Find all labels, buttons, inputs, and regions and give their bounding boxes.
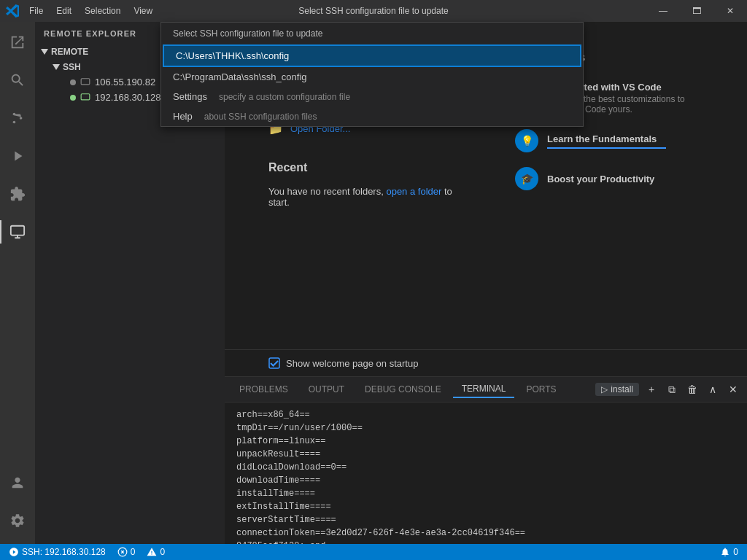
minimize-button[interactable]: —	[646, 0, 680, 22]
panel-tabs: PROBLEMS OUTPUT DEBUG CONSOLE TERMINAL P…	[225, 377, 747, 402]
status-bar: SSH: 192.168.30.128 0 0 0	[0, 544, 747, 560]
warning-icon	[147, 547, 157, 557]
status-right: 0	[717, 547, 741, 557]
walkthrough-learn-title: Learn the Fundamentals	[547, 133, 696, 144]
activity-extensions[interactable]	[0, 176, 35, 211]
menu-edit[interactable]: Edit	[50, 4, 77, 18]
terminal-kill-button[interactable]: 🗑	[684, 381, 700, 397]
restore-button[interactable]: 🗖	[680, 0, 713, 22]
vscode-logo-icon	[6, 4, 19, 18]
dropdown-settings-desc: specify a custom configuration file	[219, 92, 350, 102]
errors-status[interactable]: 0	[115, 544, 139, 560]
startup-checkbox-area: Show welcome page on startup	[225, 349, 747, 376]
terminal-label-text: install	[611, 384, 633, 394]
svg-point-2	[20, 117, 23, 120]
recent-section-title: Recent	[268, 161, 464, 174]
terminal-run-icon: ▷	[601, 384, 608, 394]
panel: PROBLEMS OUTPUT DEBUG CONSOLE TERMINAL P…	[225, 376, 747, 544]
recent-text: You have no recent folders, open a folde…	[268, 186, 464, 208]
activity-run-debug[interactable]	[0, 139, 35, 174]
terminal-line-5: downloadTime====	[236, 474, 735, 487]
ssh-collapse-icon	[53, 64, 60, 70]
monitor-icon-0	[80, 77, 90, 88]
ssh-label: SSH	[63, 62, 81, 72]
window-controls: — 🗖 ✕	[646, 0, 747, 22]
warnings-status[interactable]: 0	[144, 544, 168, 560]
warning-count: 0	[160, 547, 165, 557]
walkthrough-boost-title: Boost your Productivity	[547, 174, 696, 184]
menu-view[interactable]: View	[128, 4, 158, 18]
title-bar: File Edit Selection View Select SSH conf…	[0, 0, 747, 22]
terminal-line-9: connectionToken==3e2d0d27-626f-4e3e-ae3a…	[236, 526, 735, 540]
dropdown-help-label: Help	[173, 111, 193, 122]
activity-explorer[interactable]	[0, 25, 35, 60]
svg-point-0	[13, 121, 16, 124]
terminal-line-1: tmpDir==/run/user/1000==	[236, 421, 735, 435]
panel-tab-problems[interactable]: PROBLEMS	[231, 381, 297, 397]
error-icon	[117, 547, 128, 557]
error-count: 0	[131, 547, 136, 557]
startup-label[interactable]: Show welcome page on startup	[286, 358, 418, 369]
open-folder-recent-link[interactable]: open a folder	[386, 186, 441, 197]
checkbox-checked-icon	[268, 357, 280, 369]
connection-status-icon-1	[70, 95, 76, 101]
monitor-icon-1	[80, 93, 90, 103]
dropdown-item-user-config[interactable]: C:\Users\THHK\.ssh\config	[164, 46, 580, 66]
panel-tab-ports[interactable]: PORTS	[517, 381, 565, 397]
walkthrough-boost-text: Boost your Productivity	[547, 174, 696, 184]
terminal-add-button[interactable]: +	[643, 381, 659, 397]
remote-status-icon	[9, 547, 19, 557]
panel-maximize-button[interactable]: ∧	[705, 381, 721, 397]
svg-rect-4	[81, 78, 90, 84]
terminal-line-8: serverStartTime====	[236, 513, 735, 526]
remote-collapse-icon	[41, 49, 48, 55]
activity-search[interactable]	[0, 63, 35, 98]
notification-bell[interactable]: 0	[717, 547, 741, 557]
dropdown-item-user-config-text: C:\Users\THHK\.ssh\config	[176, 50, 289, 61]
menu-selection[interactable]: Selection	[79, 4, 126, 18]
panel-close-button[interactable]: ✕	[725, 381, 741, 397]
activity-settings[interactable]	[0, 503, 35, 538]
menu-file[interactable]: File	[23, 4, 49, 18]
remote-status[interactable]: SSH: 192.168.30.128	[6, 544, 109, 560]
terminal-line-3: unpackResult====	[236, 448, 735, 461]
remote-label: REMOTE	[51, 47, 88, 57]
ssh-config-dropdown: Select SSH configuration file to update …	[160, 22, 584, 127]
panel-controls: ▷ install + ⧉ 🗑 ∧ ✕	[595, 381, 741, 397]
walkthrough-learn-fundamentals[interactable]: 💡 Learn the Fundamentals	[508, 123, 703, 158]
learn-fundamentals-icon: 💡	[515, 129, 538, 152]
walkthrough-learn-text: Learn the Fundamentals	[547, 133, 696, 149]
panel-tab-debug-console[interactable]: DEBUG CONSOLE	[356, 381, 450, 397]
activity-remote-explorer[interactable]	[0, 214, 35, 249]
dropdown-header: Select SSH configuration file to update	[161, 23, 583, 44]
remote-status-text: SSH: 192.168.30.128	[22, 547, 106, 557]
activity-source-control[interactable]	[0, 101, 35, 136]
connection-ip-1: 192.168.30.128	[95, 92, 160, 103]
dropdown-item-program-data-config[interactable]: C:\ProgramData\ssh\ssh_config	[161, 67, 583, 87]
menu-bar: File Edit Selection View	[23, 4, 158, 18]
terminal-split-button[interactable]: ⧉	[664, 381, 680, 397]
terminal-line-6: installTime====	[236, 487, 735, 500]
terminal-label-button[interactable]: ▷ install	[595, 383, 639, 396]
activity-accounts[interactable]	[0, 465, 35, 500]
walkthrough-boost-productivity[interactable]: 🎓 Boost your Productivity	[508, 161, 703, 196]
connection-ip-0: 106.55.190.82	[95, 77, 155, 88]
panel-tab-terminal[interactable]: TERMINAL	[453, 381, 515, 398]
dropdown-item-program-data-text: C:\ProgramData\ssh\ssh_config	[173, 71, 307, 82]
activity-bar	[0, 22, 35, 544]
dropdown-action-settings[interactable]: Settings specify a custom configuration …	[161, 87, 583, 106]
panel-tab-output[interactable]: OUTPUT	[300, 381, 353, 397]
dropdown-action-help[interactable]: Help about SSH configuration files	[161, 106, 583, 126]
connection-status-icon-0	[70, 79, 76, 85]
svg-rect-3	[11, 226, 24, 236]
svg-rect-5	[81, 93, 90, 99]
dropdown-settings-label: Settings	[173, 91, 207, 102]
dropdown-help-desc: about SSH configuration files	[204, 112, 317, 122]
learn-underline	[547, 147, 666, 149]
terminal-line-2: platform==linux==	[236, 435, 735, 448]
terminal-line-4: didLocalDownload==0==	[236, 461, 735, 474]
notification-count: 0	[733, 547, 738, 557]
boost-productivity-icon: 🎓	[515, 167, 538, 190]
close-button[interactable]: ✕	[713, 0, 747, 22]
terminal-content[interactable]: arch==x86_64== tmpDir==/run/user/1000== …	[225, 402, 747, 544]
